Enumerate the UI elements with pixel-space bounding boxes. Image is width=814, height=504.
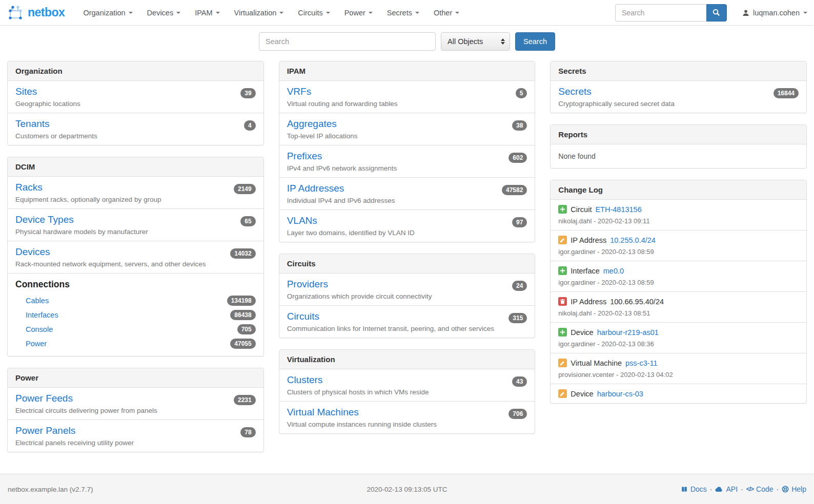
panel-row-circuits: 315CircuitsCommunication links for Inter…	[279, 305, 535, 338]
code-icon: </>	[746, 486, 754, 493]
providers-link[interactable]: Providers	[287, 279, 328, 289]
panel-row-ip-addresses: 47582IP AddressesIndividual IPv4 and IPv…	[279, 177, 535, 209]
object-link[interactable]: 10.255.0.4/24	[610, 236, 656, 244]
footer-link-code[interactable]: </>Code	[746, 485, 774, 493]
panel-reports: ReportsNone found	[550, 124, 807, 169]
count-badge: 47582	[502, 185, 527, 195]
connection-row-console: Console705	[15, 322, 256, 337]
pencil-icon	[558, 359, 567, 367]
chevron-down-icon	[326, 12, 330, 14]
ip-addresses-link[interactable]: IP Addresses	[287, 183, 344, 194]
panel-title: DCIM	[8, 157, 263, 177]
power-link[interactable]: Power	[26, 340, 47, 348]
object-link[interactable]: me0.0	[603, 267, 624, 275]
footer-link-label: Code	[756, 485, 773, 493]
panel-title: Circuits	[279, 254, 535, 274]
item-description: Geographic locations	[15, 100, 256, 108]
tenants-link[interactable]: Tenants	[15, 118, 50, 129]
footer-link-help[interactable]: Help	[782, 485, 806, 493]
object-link[interactable]: ETH-4813156	[595, 205, 641, 214]
dashboard: Organization39SitesGeographic locations4…	[0, 61, 814, 474]
primary-nav: OrganizationDevicesIPAMVirtualizationCir…	[76, 0, 466, 26]
panel-row-vlans: 97VLANsLayer two domains, identified by …	[279, 209, 535, 242]
user-menu[interactable]: luqman.cohen	[742, 9, 807, 17]
page-footer: netbox.example.lan (v2.7.7) 2020-02-13 0…	[0, 474, 814, 504]
panel-body: 24ProvidersOrganizations which provide c…	[279, 274, 535, 338]
secrets-link[interactable]: Secrets	[558, 86, 591, 97]
device-types-link[interactable]: Device Types	[15, 214, 74, 225]
devices-link[interactable]: Devices	[15, 246, 50, 257]
plus-icon	[558, 266, 567, 275]
footer-link-api[interactable]: API	[715, 485, 738, 493]
netbox-logo[interactable]: netbox	[7, 5, 65, 20]
nav-item-label: Devices	[147, 9, 174, 17]
book-icon	[681, 486, 688, 493]
count-badge: 39	[240, 88, 255, 98]
aggregates-link[interactable]: Aggregates	[287, 118, 337, 129]
object-link[interactable]: pss-c3-11	[625, 359, 658, 367]
racks-link[interactable]: Racks	[15, 182, 43, 193]
nav-item-organization[interactable]: Organization	[76, 0, 139, 26]
chevron-down-icon	[279, 12, 283, 14]
item-description: Cryptographically secured secret data	[558, 100, 799, 108]
vlans-link[interactable]: VLANs	[287, 215, 317, 226]
vrfs-link[interactable]: VRFs	[287, 86, 312, 97]
nav-item-other[interactable]: Other	[426, 0, 466, 26]
entry-meta: nikolaj.dahl - 2020-02-13 09:11	[558, 217, 799, 225]
panel-dcim: DCIM2149RacksEquipment racks, optionally…	[7, 157, 264, 356]
count-badge: 97	[512, 217, 527, 227]
navbar-search-input[interactable]	[615, 4, 706, 22]
panel-row-sites: 39SitesGeographic locations	[8, 81, 263, 113]
nav-item-power[interactable]: Power	[337, 0, 380, 26]
nav-item-virtualization[interactable]: Virtualization	[227, 0, 291, 26]
connection-row-power: Power47055	[15, 337, 256, 351]
global-search-input[interactable]	[259, 32, 436, 51]
panel-ipam: IPAM5VRFsVirtual routing and forwarding …	[279, 61, 536, 242]
clusters-link[interactable]: Clusters	[287, 374, 323, 385]
circuits-link[interactable]: Circuits	[287, 311, 319, 322]
count-badge: 2149	[234, 184, 256, 194]
navbar-search-button[interactable]	[706, 4, 727, 22]
chevron-down-icon	[455, 12, 459, 14]
separator-dot: ·	[741, 485, 743, 493]
connection-row-interfaces: Interfaces86438	[15, 308, 256, 322]
panel-row-power-feeds: 2231Power FeedsElectrical circuits deliv…	[8, 388, 263, 419]
pencil-icon	[558, 236, 567, 244]
count-badge: 134198	[227, 296, 256, 306]
search-icon	[713, 9, 720, 16]
prefixes-link[interactable]: Prefixes	[287, 151, 322, 161]
sites-link[interactable]: Sites	[15, 86, 37, 97]
object-type: Interface	[571, 267, 599, 275]
item-description: Top-level IP allocations	[287, 132, 527, 140]
item-description: IPv4 and IPv6 network assignments	[287, 164, 527, 172]
nav-item-circuits[interactable]: Circuits	[291, 0, 337, 26]
object-type-select[interactable]: All Objects	[441, 32, 510, 51]
panel-title: Reports	[551, 125, 806, 144]
chevron-down-icon	[369, 12, 373, 14]
object-link[interactable]: harbour-cs-03	[597, 390, 643, 398]
nav-item-devices[interactable]: Devices	[140, 0, 188, 26]
nav-item-ipam[interactable]: IPAM	[188, 0, 227, 26]
panel-title: Organization	[8, 61, 263, 81]
column-right: Secrets16844SecretsCryptographically sec…	[550, 61, 807, 415]
interfaces-link[interactable]: Interfaces	[26, 311, 58, 319]
plus-icon	[558, 328, 567, 337]
power-panels-link[interactable]: Power Panels	[15, 425, 75, 436]
object-type: IP Address	[571, 236, 606, 244]
global-search-button[interactable]: Search	[515, 32, 555, 51]
column-left: Organization39SitesGeographic locations4…	[7, 61, 264, 464]
changelog-entry: Virtual Machinepss-c3-11provisioner.vcen…	[551, 353, 806, 384]
count-badge: 14032	[230, 248, 255, 259]
power-feeds-link[interactable]: Power Feeds	[15, 393, 73, 404]
nav-item-label: Secrets	[387, 9, 412, 17]
footer-link-docs[interactable]: Docs	[681, 485, 707, 493]
count-badge: 24	[512, 281, 527, 291]
panel-body: None found	[551, 144, 806, 168]
cables-link[interactable]: Cables	[26, 297, 49, 305]
virtual-machines-link[interactable]: Virtual Machines	[287, 407, 359, 417]
nav-item-label: Other	[434, 9, 452, 17]
object-link[interactable]: harbour-r219-as01	[597, 328, 659, 337]
entry-meta: nikolaj.dahl - 2020-02-13 08:51	[558, 309, 799, 317]
nav-item-secrets[interactable]: Secrets	[380, 0, 426, 26]
console-link[interactable]: Console	[26, 325, 53, 333]
